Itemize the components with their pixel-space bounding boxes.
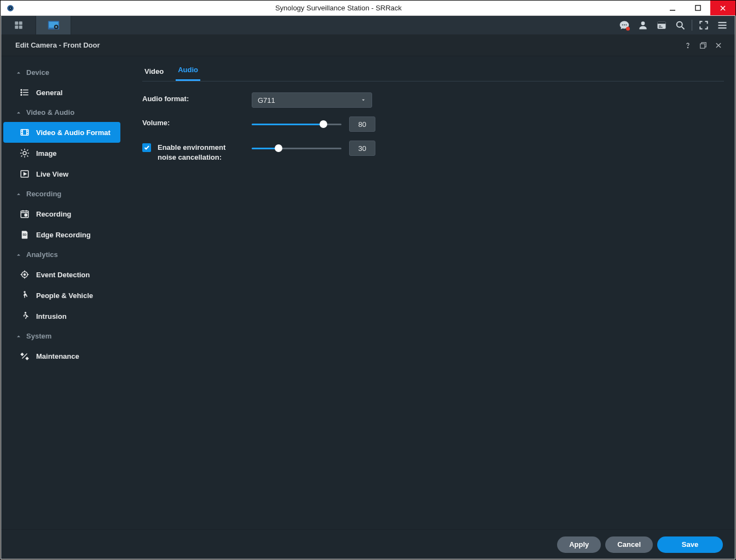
window-title: Synology Surveillance Station - SRRack	[17, 4, 660, 12]
svg-point-13	[622, 25, 623, 26]
svg-point-56	[25, 214, 27, 217]
home-tab-button[interactable]	[1, 16, 36, 34]
sidebar-group-recording[interactable]: Recording	[1, 184, 123, 203]
svg-line-49	[21, 156, 22, 156]
chevron-up-icon	[15, 252, 22, 258]
sidebar-group-label: Video & Audio	[26, 108, 74, 116]
sidebar-item-label: People & Vehicle	[36, 291, 93, 300]
sidebar-group-system[interactable]: System	[1, 326, 123, 346]
chevron-down-icon	[361, 97, 366, 103]
content-tabs: Video Audio	[142, 61, 724, 81]
search-icon[interactable]	[671, 16, 689, 34]
sidebar-item-label: Video & Audio Format	[36, 129, 111, 137]
tools-icon	[20, 351, 30, 361]
menu-icon[interactable]	[713, 16, 732, 34]
tab-audio[interactable]: Audio	[176, 60, 200, 81]
sidebar-group-analytics[interactable]: Analytics	[1, 245, 123, 264]
svg-point-26	[687, 47, 688, 48]
toolbar-divider	[692, 20, 692, 31]
chat-icon[interactable]	[615, 16, 634, 34]
sidebar: Device General Video & Audio Video & Aud…	[1, 56, 123, 529]
pedestrian-icon	[20, 290, 30, 300]
svg-rect-5	[15, 21, 18, 25]
svg-line-22	[682, 27, 685, 30]
save-button[interactable]: Save	[657, 536, 723, 553]
svg-rect-19	[659, 26, 661, 26]
volume-slider[interactable]	[252, 119, 341, 130]
svg-point-32	[21, 90, 22, 91]
svg-point-42	[23, 151, 26, 155]
svg-rect-28	[700, 44, 705, 48]
window-minimize-button[interactable]	[660, 1, 685, 15]
sd-card-icon: SD	[20, 230, 30, 240]
sidebar-item-people-vehicle[interactable]: People & Vehicle	[1, 285, 123, 306]
sidebar-item-label: Recording	[36, 210, 71, 218]
sidebar-item-event-detection[interactable]: Event Detection	[1, 264, 123, 285]
sidebar-group-video-audio[interactable]: Video & Audio	[1, 103, 123, 122]
audio-format-select[interactable]: G711	[252, 92, 372, 108]
apply-button[interactable]: Apply	[557, 536, 601, 553]
svg-rect-23	[718, 22, 727, 23]
footer: Apply Cancel Save	[1, 529, 735, 559]
sidebar-item-intrusion[interactable]: Intrusion	[1, 306, 123, 326]
panel-header: Edit Camera - Front Door	[1, 34, 735, 56]
tab-video[interactable]: Video	[142, 62, 166, 81]
widgets-icon[interactable]	[652, 16, 671, 34]
volume-label: Volume:	[142, 119, 170, 127]
volume-value-input[interactable]: 80	[349, 116, 375, 132]
svg-rect-25	[718, 27, 727, 28]
window-close-button[interactable]	[710, 1, 735, 15]
close-panel-icon[interactable]	[711, 38, 726, 53]
sidebar-item-live-view[interactable]: Live View	[1, 164, 123, 184]
svg-point-21	[677, 22, 682, 27]
sidebar-item-video-audio-format[interactable]: Video & Audio Format	[3, 122, 120, 143]
svg-point-2	[10, 7, 11, 8]
svg-point-33	[21, 92, 22, 93]
svg-line-50	[27, 156, 28, 156]
sidebar-group-label: Recording	[26, 190, 61, 198]
noise-cancel-value-input[interactable]: 30	[349, 141, 375, 156]
sidebar-item-label: General	[36, 89, 62, 97]
svg-line-48	[27, 150, 28, 150]
svg-point-15	[625, 25, 627, 26]
audio-format-value: G711	[258, 96, 275, 104]
target-icon	[20, 270, 30, 279]
noise-cancel-label: Enable environment noise cancellation:	[158, 143, 245, 162]
notification-dot-icon	[626, 27, 630, 31]
chevron-up-icon	[15, 333, 22, 340]
user-icon[interactable]	[634, 16, 652, 34]
sidebar-item-label: Intrusion	[36, 312, 67, 320]
sun-icon	[20, 148, 30, 158]
svg-rect-20	[659, 27, 663, 27]
chevron-up-icon	[15, 109, 22, 116]
noise-cancel-slider[interactable]	[252, 143, 341, 154]
running-icon	[20, 311, 30, 321]
sidebar-group-device[interactable]: Device	[1, 63, 123, 82]
panel-title: Edit Camera - Front Door	[15, 41, 680, 49]
window-maximize-button[interactable]	[685, 1, 710, 15]
titlebar: Synology Surveillance Station - SRRack	[1, 1, 735, 16]
sidebar-item-general[interactable]: General	[1, 82, 123, 103]
svg-point-34	[21, 95, 22, 96]
sidebar-group-label: System	[26, 332, 51, 340]
svg-text:SD: SD	[22, 233, 27, 236]
fullscreen-icon[interactable]	[694, 16, 713, 34]
noise-cancel-checkbox[interactable]	[142, 143, 151, 152]
svg-rect-35	[21, 130, 28, 136]
camera-tab-button[interactable]	[36, 16, 71, 34]
svg-point-14	[624, 25, 625, 26]
svg-rect-7	[15, 26, 18, 29]
svg-point-12	[55, 26, 57, 28]
sidebar-item-label: Maintenance	[36, 352, 79, 360]
cancel-button[interactable]: Cancel	[605, 536, 653, 553]
sidebar-item-edge-recording[interactable]: SD Edge Recording	[1, 224, 123, 245]
svg-rect-6	[19, 21, 22, 25]
sidebar-item-label: Edge Recording	[36, 231, 91, 239]
sidebar-item-maintenance[interactable]: Maintenance	[1, 346, 123, 366]
help-icon[interactable]	[680, 38, 696, 53]
svg-rect-24	[718, 25, 727, 26]
sidebar-item-label: Image	[36, 149, 57, 158]
restore-window-icon[interactable]	[696, 38, 711, 53]
sidebar-item-recording[interactable]: Recording	[1, 203, 123, 224]
sidebar-item-image[interactable]: Image	[1, 143, 123, 164]
